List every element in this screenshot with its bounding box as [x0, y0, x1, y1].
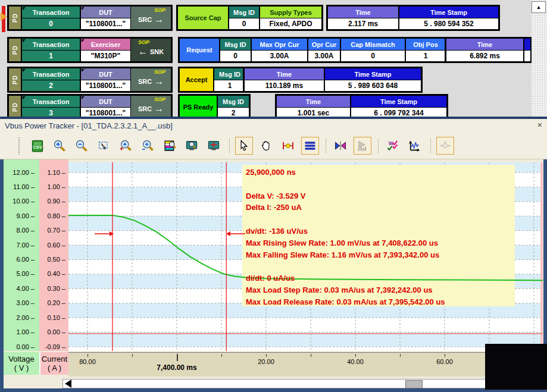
checklist-button[interactable]: W	[384, 137, 402, 155]
source-value[interactable]: "M310P"	[80, 50, 131, 62]
transaction-header: Transaction	[21, 68, 80, 80]
voltage-tick-label: 5.00 –	[4, 270, 35, 277]
current-tick-label: 1.10 –	[39, 169, 65, 176]
checklist-icon: W	[386, 139, 399, 152]
zoom-next-icon	[141, 139, 154, 152]
field-value[interactable]: Fixed, APDO	[260, 18, 322, 30]
statistics-button	[354, 137, 371, 155]
transaction-number[interactable]: 1	[21, 50, 80, 62]
time-value[interactable]: 1.001 sec	[276, 107, 351, 117]
color-map-button[interactable]	[161, 137, 179, 155]
time-value[interactable]: 110.189 ms	[244, 80, 324, 92]
field-value[interactable]: 0	[220, 50, 251, 62]
export-csv-button[interactable]: CSV	[29, 137, 46, 155]
auto-scale-button[interactable]	[406, 137, 424, 155]
field-value[interactable]: 3.00A	[308, 50, 340, 62]
pd-label: PD	[12, 45, 18, 55]
close-icon[interactable]: ×	[537, 120, 542, 130]
time-tick	[221, 354, 222, 357]
message-type-cell[interactable]: PS Ready	[179, 95, 217, 117]
message-box[interactable]: PS ReadyMsg ID2	[178, 94, 251, 117]
vertical-scrollbar[interactable]: ▲	[532, 0, 547, 117]
screen-sync-button[interactable]	[205, 137, 223, 155]
time-value[interactable]: 2.117 ms	[327, 18, 399, 30]
sop-port-cell[interactable]: SOPSRC→	[130, 95, 171, 117]
time-value[interactable]: 6.892 ms	[446, 50, 524, 62]
pd-protocol-cell[interactable]: PD	[8, 6, 21, 30]
delta-measure-button[interactable]	[279, 137, 297, 155]
screen-zoom-button[interactable]	[183, 137, 201, 155]
pd-protocol-cell[interactable]: PD	[8, 68, 21, 92]
select-cursor-button[interactable]	[235, 137, 253, 155]
compare-traces-button[interactable]	[332, 137, 349, 155]
message-type-cell[interactable]: Request	[179, 38, 220, 62]
legend-list-button[interactable]	[301, 137, 319, 155]
pd-protocol-cell[interactable]: PD	[8, 95, 21, 117]
toolbar-grip[interactable]	[18, 137, 20, 155]
voltage-tick-label: 12.00 –	[4, 169, 35, 176]
time-tick	[445, 354, 445, 357]
field-value[interactable]: 1	[214, 80, 246, 92]
field-value[interactable]: 1	[405, 50, 446, 62]
time-tick	[177, 354, 178, 361]
message-box[interactable]: RequestMsg ID0Max Opr Cur3.00AOpr Cur3.0…	[178, 37, 447, 63]
plot-area[interactable]	[68, 162, 543, 351]
arrow-right-icon: →	[154, 104, 164, 114]
time-value[interactable]	[524, 50, 532, 62]
time-box[interactable]: Time2.117 msTime Stamp5 . 980 594 352	[326, 5, 500, 31]
source-value[interactable]: "1108001..."	[80, 18, 131, 30]
transaction-number[interactable]: 3	[21, 107, 80, 117]
source-value[interactable]: "1108001..."	[80, 107, 131, 117]
transaction-number[interactable]: 2	[21, 80, 80, 92]
time-tick	[355, 354, 356, 357]
transaction-row[interactable]: PDTransaction2DUT"1108001..."SOPSRC→	[7, 67, 173, 93]
pan-hand-button[interactable]	[257, 137, 275, 155]
field-value[interactable]: 0	[229, 18, 260, 30]
sop-port-cell[interactable]: SOPSRC→	[130, 6, 171, 30]
zoom-window-button[interactable]	[95, 137, 112, 155]
transaction-header: Transaction	[21, 38, 80, 51]
current-axis-title: Current ( A )	[40, 352, 68, 375]
zoom-in-icon	[53, 139, 66, 152]
scrollbar-thumb[interactable]	[405, 380, 423, 388]
horizontal-scrollbar[interactable]	[62, 379, 543, 388]
source-value[interactable]: "1108001..."	[80, 80, 131, 92]
scroll-up-button[interactable]: ▲	[532, 1, 546, 13]
transaction-row[interactable]: PDTransaction1Exerciser"M310P"SOP←SNK	[7, 37, 173, 63]
zoom-out-button[interactable]	[73, 137, 90, 155]
time-tick	[87, 354, 88, 357]
field-value[interactable]: 0	[340, 50, 405, 62]
time-box[interactable]: Time6.892 msTime Stamp	[445, 37, 532, 63]
zoom-next-button[interactable]	[139, 137, 157, 155]
time-box[interactable]: Time1.001 secTime Stamp6 . 099 792 344	[275, 94, 448, 117]
plot-stripe	[68, 333, 543, 347]
pd-label: PD	[12, 75, 18, 84]
sop-port-cell[interactable]: SOP←SNK	[130, 38, 171, 62]
field-value[interactable]: 3.00A	[251, 50, 308, 62]
time-value[interactable]: 6 . 099 792 344	[351, 107, 447, 117]
message-type-cell[interactable]: Source Cap	[177, 6, 229, 30]
scroll-left-button[interactable]	[65, 380, 71, 388]
time-box[interactable]: Time110.189 msTime Stamp5 . 989 603 648	[243, 67, 423, 93]
source-header: Exerciser	[80, 38, 131, 51]
message-box[interactable]: AcceptMsg ID1	[178, 67, 247, 93]
transaction-row[interactable]: PDTransaction0DUT"1108001..."SOPSRC→	[7, 5, 173, 31]
sop-port-cell[interactable]: SOPSRC→	[130, 68, 171, 92]
screen-sync-icon	[207, 139, 220, 152]
time-value[interactable]: 5 . 989 603 648	[324, 80, 421, 92]
current-tick-label: 0.30 –	[39, 285, 65, 292]
pd-protocol-cell[interactable]: PD	[8, 38, 21, 62]
time-tick	[132, 354, 133, 357]
transaction-number[interactable]: 0	[21, 18, 80, 30]
zoom-in-button[interactable]	[51, 137, 68, 155]
zoom-previous-button[interactable]	[117, 137, 135, 155]
time-value[interactable]: 5 . 980 594 352	[399, 18, 499, 30]
waveform-plot[interactable]	[68, 162, 543, 351]
time-header: Time	[244, 68, 324, 80]
field-header: Cap Mismatch	[340, 38, 405, 51]
field-value[interactable]: 2	[217, 107, 249, 117]
message-box[interactable]: Source CapMsg ID0Supply TypesFixed, APDO	[176, 5, 323, 31]
transaction-row[interactable]: PDTransaction3DUT"1108001..."SOPSRC→	[7, 94, 173, 117]
window-titlebar[interactable]: Vbus Power Tracker - [01_TDA.2.3.2.1_A__…	[0, 119, 547, 132]
message-type-cell[interactable]: Accept	[179, 68, 214, 92]
